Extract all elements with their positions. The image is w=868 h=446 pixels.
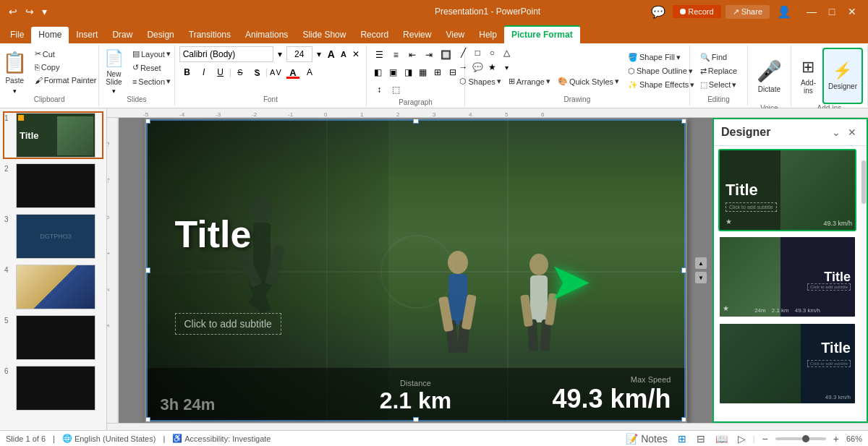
select-button[interactable]: ⬚ Select ▾ — [697, 79, 740, 91]
arrange-button[interactable]: ⊞ Arrange ▾ — [506, 75, 553, 87]
slide-main[interactable]: ➤ Title Click to add subtitle 3h 24m — [145, 118, 687, 423]
font-size-input[interactable] — [286, 46, 312, 62]
normal-view-button[interactable]: ⊞ — [675, 432, 689, 446]
tab-slideshow[interactable]: Slide Show — [295, 27, 353, 43]
line-spacing-button[interactable]: ↕ — [371, 82, 387, 97]
designer-scrollbar[interactable] — [861, 146, 867, 421]
section-button[interactable]: ≡ Section ▾ — [129, 75, 174, 87]
tab-picture-format[interactable]: Picture Format — [504, 25, 580, 43]
decrease-indent-button[interactable]: ⇤ — [404, 48, 420, 62]
designer-close-button[interactable]: ✕ — [845, 125, 859, 140]
slide-thumbnail-2[interactable]: 2 — [3, 162, 103, 210]
minimize-button[interactable]: — — [801, 1, 822, 22]
close-button[interactable]: ✕ — [842, 1, 862, 22]
align-left-button[interactable]: ◧ — [371, 65, 386, 80]
font-name-input[interactable] — [179, 46, 273, 62]
dictate-button[interactable]: 🎤 Dictate — [752, 48, 786, 104]
oval-shape[interactable]: ○ — [485, 46, 498, 59]
tab-review[interactable]: Review — [396, 27, 438, 43]
designer-ribbon-button[interactable]: ⚡ Designer — [822, 48, 863, 104]
customize-qa-button[interactable]: ▾ — [39, 4, 50, 19]
slide-thumbnail-6[interactable]: 6 — [3, 364, 103, 412]
zoom-thumb[interactable] — [802, 435, 809, 442]
zoom-slider[interactable] — [775, 437, 826, 440]
quick-styles-button[interactable]: 🎨 Quick Styles ▾ — [555, 75, 622, 87]
line-shape[interactable]: ╱ — [456, 46, 469, 59]
smart-art-button[interactable]: 🔲 — [438, 48, 454, 62]
tab-design[interactable]: Design — [140, 27, 181, 43]
align-center-button[interactable]: ▣ — [386, 65, 401, 80]
slide-title-text[interactable]: Title — [175, 213, 252, 256]
callout-shape[interactable]: 💬 — [471, 61, 484, 74]
tab-help[interactable]: Help — [472, 27, 504, 43]
accessibility-indicator[interactable]: ♿ Accessibility: Investigate — [172, 434, 271, 443]
para-spacing-button[interactable]: ⬚ — [388, 82, 404, 97]
design-card-3[interactable]: Title Click to add subtitle 49.3 km/h — [718, 322, 856, 405]
record-button[interactable]: Record — [673, 5, 720, 18]
clear-formatting-button[interactable]: ✕ — [350, 47, 362, 61]
grow-font-button[interactable]: A — [326, 47, 337, 61]
tab-view[interactable]: View — [438, 27, 472, 43]
text-shadow-button[interactable]: S — [249, 65, 265, 80]
design-card-1[interactable]: Title Click to add subtitle ★ 49.3 km/h — [718, 149, 856, 231]
next-slide-button[interactable]: ▼ — [695, 272, 707, 283]
bullets-button[interactable]: ☰ — [371, 48, 387, 62]
star-shape[interactable]: ★ — [485, 61, 498, 74]
redo-button[interactable]: ↪ — [22, 4, 37, 19]
increase-indent-button[interactable]: ⇥ — [421, 48, 437, 62]
reading-view-button[interactable]: 📖 — [712, 432, 731, 446]
design-card-2[interactable]: Title Click to add subtitle ★ 24m 2.1 km… — [718, 236, 856, 318]
font-color-button[interactable]: A — [285, 65, 301, 80]
numbered-list-button[interactable]: ≡ — [388, 48, 404, 62]
find-button[interactable]: 🔍 Find — [697, 51, 740, 64]
slide-subtitle-placeholder[interactable]: Click to add subtitle — [175, 313, 281, 335]
designer-scroll-thumb[interactable] — [861, 160, 866, 204]
paste-dropdown-icon[interactable]: ▾ — [13, 87, 17, 95]
strikethrough-button[interactable]: S — [232, 65, 248, 80]
cut-button[interactable]: ✂ Cut — [32, 48, 100, 60]
prev-slide-button[interactable]: ▲ — [695, 257, 707, 269]
bold-button[interactable]: B — [179, 65, 195, 80]
tab-insert[interactable]: Insert — [69, 27, 105, 43]
replace-button[interactable]: ⇄ Replace — [697, 65, 740, 77]
shrink-font-button[interactable]: A — [338, 47, 349, 61]
tab-draw[interactable]: Draw — [105, 27, 140, 43]
new-slide-button[interactable]: 📄 NewSlide — [100, 48, 128, 87]
reset-button[interactable]: ↺ Reset — [129, 61, 174, 74]
copy-button[interactable]: ⎘ Copy — [32, 61, 100, 73]
undo-button[interactable]: ↩ — [6, 4, 20, 19]
horizontal-scrollbar[interactable] — [107, 423, 868, 430]
font-size-dropdown[interactable]: ▾ — [313, 47, 325, 61]
paste-button[interactable]: 📋 Paste — [0, 48, 30, 87]
char-spacing-button[interactable]: AV — [268, 65, 284, 80]
comment-icon[interactable]: 💬 — [648, 4, 668, 20]
designer-collapse-button[interactable]: ⌄ — [829, 125, 843, 140]
shape-effects-button[interactable]: ✨ Shape Effects ▾ — [625, 79, 697, 91]
arrow-shape[interactable]: → — [456, 61, 469, 74]
shape-fill-button[interactable]: 🪣 Shape Fill ▾ — [625, 51, 697, 64]
slide-thumbnail-4[interactable]: 4 — [3, 263, 103, 311]
tab-home[interactable]: Home — [31, 27, 69, 43]
slideshow-view-button[interactable]: ▷ — [735, 432, 749, 446]
notes-button[interactable]: 📝 Notes — [623, 432, 670, 446]
tab-file[interactable]: File — [3, 27, 31, 43]
share-button[interactable]: ↗ Share — [726, 5, 770, 19]
highlight-color-button[interactable]: A — [302, 65, 318, 80]
new-slide-dropdown[interactable]: ▾ — [112, 87, 116, 95]
shapes-button[interactable]: ⬡ Shapes ▾ — [456, 75, 503, 87]
rect-shape[interactable]: □ — [471, 46, 484, 59]
shape-outline-button[interactable]: ⬡ Shape Outline ▾ — [625, 65, 697, 77]
maximize-button[interactable]: □ — [822, 1, 842, 22]
slide-sorter-button[interactable]: ⊟ — [694, 432, 708, 446]
underline-button[interactable]: U — [213, 65, 229, 80]
user-icon[interactable]: 👤 — [774, 4, 794, 20]
justify-button[interactable]: ▦ — [416, 65, 430, 80]
slide-thumbnail-3[interactable]: 3 DGTPHO3 — [3, 213, 103, 260]
triangle-shape[interactable]: △ — [500, 46, 513, 59]
layout-button[interactable]: ▤ Layout ▾ — [129, 48, 174, 60]
slide-canvas[interactable]: ➤ Title Click to add subtitle 3h 24m — [119, 118, 712, 423]
italic-button[interactable]: I — [196, 65, 212, 80]
zoom-out-button[interactable]: − — [760, 432, 771, 445]
slide-thumbnail-1[interactable]: 1 Title — [3, 111, 103, 159]
tab-animations[interactable]: Animations — [238, 27, 295, 43]
